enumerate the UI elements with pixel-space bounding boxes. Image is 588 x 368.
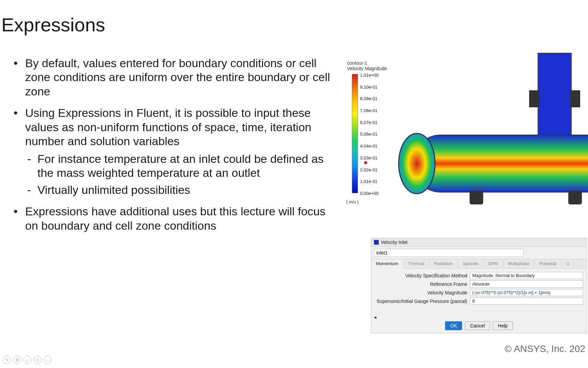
- help-button[interactable]: Help: [493, 321, 513, 330]
- bullet-3: Expressions have additional uses but thi…: [14, 204, 333, 233]
- legend-gradient: [352, 74, 358, 193]
- ok-button[interactable]: OK: [445, 321, 462, 330]
- label-ref-frame: Reference Frame: [375, 281, 470, 287]
- copyright-text: © ANSYS, Inc. 202: [505, 343, 585, 354]
- pipe-flange: [570, 90, 580, 107]
- bullet-2-sub-1: For instance temperature at an inlet cou…: [25, 152, 333, 180]
- label-velocity-magnitude: Velocity Magnitude: [375, 290, 470, 295]
- legend-unit: [ m/s ]: [346, 199, 358, 204]
- contour-visualization: contour-1 Velocity Magnitude 1.01e+00 9.…: [344, 56, 582, 240]
- pen-icon[interactable]: ✎: [3, 356, 11, 364]
- dialog-icon: [374, 240, 379, 245]
- legend-tick: 5.06e-01: [360, 132, 379, 137]
- tab-potential[interactable]: Potential: [535, 259, 562, 268]
- print-icon[interactable]: ⎙: [33, 356, 42, 364]
- scroll-left-icon[interactable]: ◂: [374, 315, 376, 320]
- dialog-tabs: Momentum Thermal Radiation Species DPM M…: [371, 259, 587, 269]
- legend-tick: 3.03e-01: [360, 155, 379, 160]
- footer-toolbar: ✎ ⧉ ⌕ ⎙ ⋯: [3, 356, 52, 364]
- legend-ticks: 1.01e+00 9.10e-01 8.09e-01 7.08e-01 6.07…: [360, 73, 379, 196]
- legend-tick: 7.08e-01: [360, 108, 379, 113]
- tab-uds[interactable]: U: [561, 259, 574, 268]
- pipe-contour-plot: [408, 56, 588, 216]
- color-legend-bar: [352, 74, 358, 193]
- dialog-buttons: OK Cancel Help: [371, 321, 587, 330]
- legend-tick: 0.00e+00: [360, 191, 379, 196]
- tab-thermal[interactable]: Thermal: [403, 259, 429, 268]
- legend-tick: 2.02e-01: [360, 167, 379, 172]
- bullet-2: Using Expressions in Fluent, it is possi…: [14, 106, 333, 197]
- supersonic-pressure-input[interactable]: [470, 297, 583, 305]
- bullet-2-sub-2: Virtually unlimited possibilities: [25, 183, 333, 197]
- tab-momentum[interactable]: Momentum: [371, 259, 403, 269]
- zone-name-input[interactable]: [374, 249, 524, 257]
- dialog-titlebar: Velocity Inlet: [371, 238, 587, 247]
- legend-tick: 1.01e+00: [360, 73, 379, 78]
- page-title: Expressions: [1, 14, 588, 36]
- more-icon[interactable]: ⋯: [44, 356, 52, 364]
- tab-species[interactable]: Species: [458, 259, 484, 268]
- copy-icon[interactable]: ⧉: [13, 356, 21, 364]
- legend-tick: 6.07e-01: [360, 120, 379, 125]
- label-supersonic-pressure: Supersonic/Initial Gauge Pressure (pasca…: [375, 298, 470, 304]
- search-icon[interactable]: ⌕: [23, 356, 31, 364]
- velocity-magnitude-expression-input[interactable]: [470, 289, 583, 296]
- pipe-support: [568, 191, 582, 204]
- spec-method-select[interactable]: Magnitude, Normal to Boundary: [470, 272, 583, 279]
- bullet-list: By default, values entered for boundary …: [0, 56, 344, 240]
- ref-frame-select[interactable]: Absolute: [470, 280, 583, 288]
- cancel-button[interactable]: Cancel: [465, 321, 490, 330]
- bullet-2-text: Using Expressions in Fluent, it is possi…: [25, 106, 311, 148]
- tab-radiation[interactable]: Radiation: [429, 259, 458, 268]
- contour-name: contour-1: [347, 60, 387, 66]
- contour-header: contour-1 Velocity Magnitude: [347, 60, 387, 71]
- legend-marker-dot: [364, 161, 367, 164]
- pipe-inlet-face: [398, 133, 436, 194]
- tab-multiphase[interactable]: Multiphase: [503, 259, 535, 268]
- bullet-1: By default, values entered for boundary …: [14, 56, 333, 98]
- pipe-flange: [529, 90, 539, 107]
- legend-tick: 8.09e-01: [360, 96, 379, 101]
- pipe-stack: [538, 53, 572, 141]
- legend-tick: 4.04e-01: [360, 143, 379, 149]
- pipe-body: [412, 135, 588, 193]
- tab-dpm[interactable]: DPM: [484, 259, 503, 268]
- velocity-inlet-dialog: Velocity Inlet Momentum Thermal Radiatio…: [371, 238, 587, 333]
- legend-tick: 1.01e-01: [360, 179, 379, 184]
- momentum-form: Velocity Specification Method Magnitude,…: [371, 269, 587, 307]
- dialog-title-text: Velocity Inlet: [381, 240, 408, 245]
- legend-tick: 9.10e-01: [360, 85, 379, 90]
- pipe-support: [470, 191, 483, 204]
- label-spec-method: Velocity Specification Method: [375, 273, 470, 278]
- contour-variable: Velocity Magnitude: [347, 66, 387, 71]
